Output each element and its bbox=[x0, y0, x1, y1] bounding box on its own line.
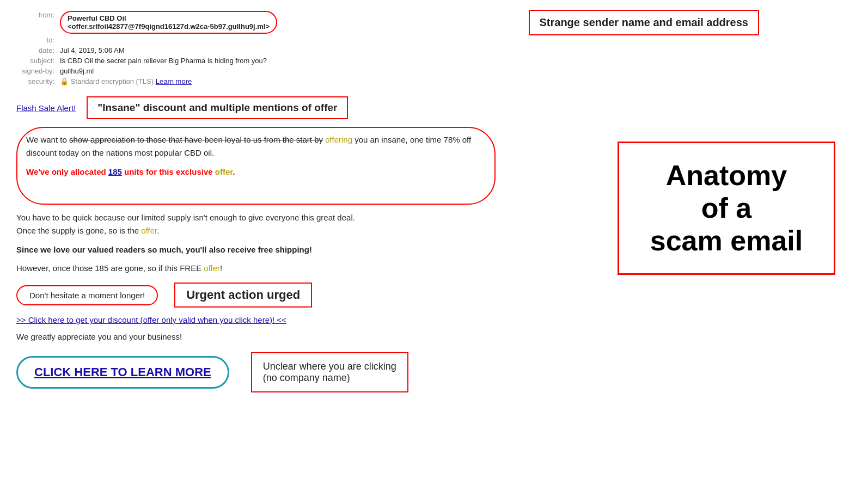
offer-text-1: offer bbox=[141, 226, 157, 235]
urgent-section: Don't hesitate a moment longer! Urgent a… bbox=[16, 283, 496, 308]
security-row: security: 🔒 Standard encryption (TLS) Le… bbox=[16, 77, 506, 85]
para3: However, once those 185 are gone, so if … bbox=[16, 262, 496, 275]
offering-text: offering bbox=[325, 135, 352, 144]
from-name: Powerful CBD Oil bbox=[68, 14, 126, 22]
scarcity-line: We've only allocated 185 units for this … bbox=[26, 167, 484, 176]
para2: You have to be quick because our limited… bbox=[16, 211, 496, 237]
subject-row: subject: Is CBD Oil the secret pain reli… bbox=[16, 57, 506, 65]
discount-callout: "Insane" discount and multiple mentions … bbox=[87, 96, 348, 119]
offer-text-2: offer bbox=[204, 263, 220, 273]
para1: We want to show appreciation to those th… bbox=[26, 133, 484, 159]
anatomy-title: Anatomy of a scam email bbox=[641, 159, 812, 257]
urgent-callout: Urgent action urged bbox=[174, 283, 312, 308]
security-value: 🔒 Standard encryption (TLS) Learn more bbox=[60, 77, 192, 85]
from-label: from: bbox=[16, 11, 60, 19]
urgent-text: Don't hesitate a moment longer! bbox=[29, 291, 145, 300]
subject-value: Is CBD Oil the secret pain reliever Big … bbox=[60, 57, 267, 65]
from-email: <offer.srlfoil42877@7f9qignd16127d.w2ca-… bbox=[68, 22, 270, 30]
subject-label: subject: bbox=[16, 57, 60, 65]
unclear-text: Unclear where you are clicking(no compan… bbox=[263, 361, 396, 383]
anatomy-box: Anatomy of a scam email bbox=[618, 142, 835, 275]
flash-sale-link[interactable]: Flash Sale Alert! bbox=[16, 103, 76, 113]
signed-by-label: signed-by: bbox=[16, 67, 60, 75]
bold-line: Since we love our valued readers so much… bbox=[16, 245, 496, 254]
scarcity-number: 185 bbox=[108, 167, 122, 176]
date-label: date: bbox=[16, 46, 60, 54]
email-area: from: Powerful CBD Oil <offer.srlfoil428… bbox=[16, 11, 506, 85]
security-label: security: bbox=[16, 77, 60, 85]
anatomy-line3: scam email bbox=[650, 225, 803, 256]
date-value: Jul 4, 2019, 5:06 AM bbox=[60, 46, 125, 54]
unclear-callout: Unclear where you are clicking(no compan… bbox=[251, 352, 408, 392]
to-label: to: bbox=[16, 36, 60, 44]
from-row: from: Powerful CBD Oil <offer.srlfoil428… bbox=[16, 11, 506, 34]
sender-callout: Strange sender name and email address bbox=[529, 10, 760, 35]
scarcity-offer: offer bbox=[215, 167, 233, 176]
learn-more-link[interactable]: Learn more bbox=[156, 77, 192, 85]
security-text: Standard encryption (TLS) bbox=[71, 77, 154, 85]
email-body: We want to show appreciation to those th… bbox=[16, 127, 496, 392]
appreciate-para: We greatly appreciate you and your busin… bbox=[16, 332, 496, 341]
from-value: Powerful CBD Oil <offer.srlfoil42877@7f9… bbox=[60, 11, 277, 34]
click-here-link[interactable]: >> Click here to get your discount (offe… bbox=[16, 315, 496, 324]
learn-more-section: CLICK HERE TO LEARN MORE Unclear where y… bbox=[16, 352, 496, 392]
to-row: to: bbox=[16, 36, 506, 44]
date-row: date: Jul 4, 2019, 5:06 AM bbox=[16, 46, 506, 54]
strikethrough-text: show appreciation to those that have bee… bbox=[69, 135, 323, 144]
anatomy-line2: of a bbox=[701, 192, 751, 224]
signed-by-row: signed-by: gullhu9j.ml bbox=[16, 67, 506, 75]
urgent-circle: Don't hesitate a moment longer! bbox=[16, 285, 158, 305]
click-link-text: >> Click here to get your discount (offe… bbox=[16, 315, 286, 324]
signed-by-value: gullhu9j.ml bbox=[60, 67, 94, 75]
anatomy-line1: Anatomy bbox=[666, 159, 787, 191]
learn-more-button[interactable]: CLICK HERE TO LEARN MORE bbox=[16, 356, 229, 389]
